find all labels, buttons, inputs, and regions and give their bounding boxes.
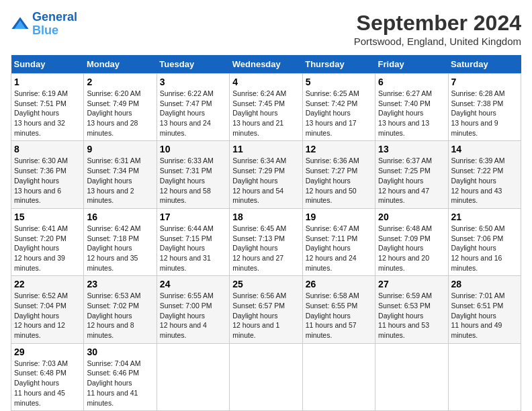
logo: General Blue [11,11,77,38]
sunset-label: Sunset: 6:55 PM [306,302,358,310]
day-number: 8 [14,144,81,154]
day-number: 10 [160,144,226,154]
daylight-value: 13 hours and 2 minutes. [87,187,134,205]
sunset-label: Sunset: 6:53 PM [378,302,431,310]
day-info: Sunrise: 7:04 AM Sunset: 6:46 PM Dayligh… [87,359,153,408]
daylight-label: Daylight hours [232,244,277,252]
calendar-cell: 21 Sunrise: 6:50 AM Sunset: 7:06 PM Dayl… [448,208,521,275]
calendar-table: Sunday Monday Tuesday Wednesday Thursday… [11,55,521,411]
daylight-value: 13 hours and 28 minutes. [87,119,138,137]
sunrise-label: Sunrise: 6:33 AM [160,156,214,165]
daylight-label: Daylight hours [87,109,132,117]
day-info: Sunrise: 6:34 AM Sunset: 7:29 PM Dayligh… [232,156,299,205]
calendar-cell: 6 Sunrise: 6:27 AM Sunset: 7:40 PM Dayli… [375,74,448,141]
daylight-value: 12 hours and 43 minutes. [451,187,502,205]
daylight-label: Daylight hours [87,379,132,387]
day-info: Sunrise: 6:39 AM Sunset: 7:22 PM Dayligh… [451,156,518,205]
day-number: 17 [160,212,226,222]
day-number: 1 [14,77,81,87]
sunset-label: Sunset: 7:15 PM [160,234,212,242]
sunset-label: Sunset: 7:45 PM [232,99,285,107]
daylight-label: Daylight hours [306,312,351,320]
day-number: 27 [378,279,445,289]
calendar-cell: 28 Sunrise: 7:01 AM Sunset: 6:51 PM Dayl… [448,276,521,343]
sunset-label: Sunset: 6:57 PM [232,302,285,310]
sunset-label: Sunset: 7:34 PM [87,167,139,175]
day-number: 4 [232,77,299,87]
daylight-label: Daylight hours [232,312,277,320]
daylight-value: 12 hours and 50 minutes. [306,187,357,205]
day-info: Sunrise: 6:41 AM Sunset: 7:20 PM Dayligh… [14,224,81,273]
sunset-label: Sunset: 6:46 PM [87,369,139,377]
sunrise-label: Sunrise: 6:24 AM [232,89,286,97]
sunrise-label: Sunrise: 6:47 AM [306,224,359,232]
sunrise-label: Sunrise: 6:20 AM [87,89,140,97]
month-year: September 2024 [354,11,521,36]
daylight-value: 12 hours and 31 minutes. [160,254,211,272]
day-number: 5 [306,77,372,87]
calendar-cell: 26 Sunrise: 6:58 AM Sunset: 6:55 PM Dayl… [302,276,375,343]
sunrise-label: Sunrise: 6:58 AM [306,291,359,300]
calendar-cell: 16 Sunrise: 6:42 AM Sunset: 7:18 PM Dayl… [84,208,157,275]
day-info: Sunrise: 6:53 AM Sunset: 7:02 PM Dayligh… [87,291,153,340]
sunrise-label: Sunrise: 6:52 AM [14,291,68,300]
daylight-label: Daylight hours [14,379,59,387]
daylight-label: Daylight hours [451,109,496,117]
calendar-week-2: 8 Sunrise: 6:30 AM Sunset: 7:36 PM Dayli… [11,141,521,208]
day-number: 19 [306,212,372,222]
calendar-cell: 13 Sunrise: 6:37 AM Sunset: 7:25 PM Dayl… [375,141,448,208]
day-info: Sunrise: 7:03 AM Sunset: 6:48 PM Dayligh… [14,359,81,408]
daylight-value: 13 hours and 17 minutes. [306,119,357,137]
sunset-label: Sunset: 7:31 PM [160,167,212,175]
calendar-cell: 17 Sunrise: 6:44 AM Sunset: 7:15 PM Dayl… [157,208,229,275]
daylight-label: Daylight hours [160,244,205,252]
calendar-cell: 5 Sunrise: 6:25 AM Sunset: 7:42 PM Dayli… [302,74,375,141]
sunset-label: Sunset: 7:02 PM [87,302,139,310]
col-tuesday: Tuesday [157,55,229,74]
sunrise-label: Sunrise: 6:50 AM [451,224,505,232]
sunset-label: Sunset: 7:36 PM [14,167,66,175]
day-info: Sunrise: 6:50 AM Sunset: 7:06 PM Dayligh… [451,224,518,273]
calendar-cell: 7 Sunrise: 6:28 AM Sunset: 7:38 PM Dayli… [448,74,521,141]
daylight-label: Daylight hours [378,177,423,185]
calendar-cell: 12 Sunrise: 6:36 AM Sunset: 7:27 PM Dayl… [302,141,375,208]
daylight-value: 12 hours and 8 minutes. [87,321,134,339]
day-number: 29 [14,347,81,357]
calendar-cell: 20 Sunrise: 6:48 AM Sunset: 7:09 PM Dayl… [375,208,448,275]
calendar-cell [230,343,302,410]
col-monday: Monday [84,55,157,74]
daylight-value: 13 hours and 13 minutes. [378,119,429,137]
day-number: 21 [451,212,518,222]
day-info: Sunrise: 6:58 AM Sunset: 6:55 PM Dayligh… [306,291,372,340]
daylight-value: 12 hours and 54 minutes. [232,187,283,205]
sunrise-label: Sunrise: 6:31 AM [87,156,140,165]
sunrise-label: Sunrise: 7:04 AM [87,359,140,367]
daylight-value: 13 hours and 32 minutes. [14,119,65,137]
daylight-value: 13 hours and 24 minutes. [160,119,211,137]
day-number: 18 [232,212,299,222]
calendar-cell: 25 Sunrise: 6:56 AM Sunset: 6:57 PM Dayl… [230,276,302,343]
col-sunday: Sunday [11,55,84,74]
sunrise-label: Sunrise: 6:34 AM [232,156,286,165]
sunrise-label: Sunrise: 6:56 AM [232,291,286,300]
sunset-label: Sunset: 7:25 PM [378,167,431,175]
daylight-label: Daylight hours [378,312,423,320]
daylight-value: 12 hours and 39 minutes. [14,254,65,272]
day-info: Sunrise: 6:27 AM Sunset: 7:40 PM Dayligh… [378,89,445,138]
calendar-cell [448,343,521,410]
sunset-label: Sunset: 7:40 PM [378,99,431,107]
sunrise-label: Sunrise: 6:42 AM [87,224,140,232]
daylight-label: Daylight hours [378,109,423,117]
calendar-cell: 10 Sunrise: 6:33 AM Sunset: 7:31 PM Dayl… [157,141,229,208]
day-info: Sunrise: 6:22 AM Sunset: 7:47 PM Dayligh… [160,89,226,138]
day-info: Sunrise: 6:44 AM Sunset: 7:15 PM Dayligh… [160,224,226,273]
day-number: 14 [451,144,518,154]
col-thursday: Thursday [302,55,375,74]
logo-text: General Blue [32,11,77,38]
calendar-cell: 27 Sunrise: 6:59 AM Sunset: 6:53 PM Dayl… [375,276,448,343]
day-info: Sunrise: 6:45 AM Sunset: 7:13 PM Dayligh… [232,224,299,273]
sunrise-label: Sunrise: 6:48 AM [378,224,432,232]
calendar-cell: 1 Sunrise: 6:19 AM Sunset: 7:51 PM Dayli… [11,74,84,141]
calendar-cell: 14 Sunrise: 6:39 AM Sunset: 7:22 PM Dayl… [448,141,521,208]
day-info: Sunrise: 6:30 AM Sunset: 7:36 PM Dayligh… [14,156,81,205]
